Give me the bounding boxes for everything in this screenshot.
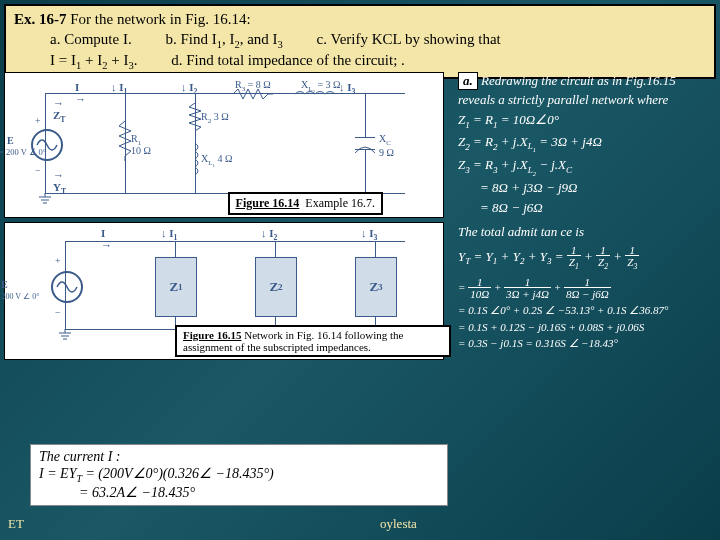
problem-intro: For the network in Fig. 16.14: — [70, 11, 250, 27]
ac-source-icon — [51, 271, 83, 303]
admittance-title: The total admit tan ce is — [458, 224, 714, 240]
footer-left: ET — [8, 516, 24, 532]
part-c-text: Verify KCL by showing that — [331, 31, 501, 47]
solution-part-a-text: Redrawing the circuit as in Fig.16.15 re… — [458, 73, 676, 107]
part-d-label: d. — [171, 52, 182, 68]
figure-16-14: E = 200 V ∠ 0° + − →ZT →YT I→ ↓ I1 R1 10… — [4, 72, 444, 218]
part-a-text: Compute I. — [64, 31, 132, 47]
part-c-eq: I = I — [50, 52, 76, 68]
footer-center: oylesta — [380, 516, 417, 532]
part-d-text: Find total impedance of the circuit; . — [186, 52, 405, 68]
figure-16-15: E = 200 V ∠ 0° + − I→ Z1 ↓ I1 Z2 ↓ I2 Z3… — [4, 222, 444, 360]
example-number: Ex. 16-7 — [14, 11, 67, 27]
impedance-z3: Z3 — [355, 257, 397, 317]
figure-15-caption: Figure 16.15 Network in Fig. 16.14 follo… — [175, 325, 451, 357]
part-c-label: c. — [317, 31, 327, 47]
figure-14-caption: Figure 16.14 Example 16.7. — [228, 192, 383, 215]
left-column: E = 200 V ∠ 0° + − →ZT →YT I→ ↓ I1 R1 10… — [4, 72, 444, 360]
solution-current-i: The current I : I = EYT = (200V∠0°)(0.32… — [30, 444, 448, 506]
solution-i-title: The current I : — [39, 449, 439, 465]
part-b-text: Find I — [180, 31, 216, 47]
impedance-z1: Z1 — [155, 257, 197, 317]
solution-part-a-label: a. — [458, 72, 478, 90]
part-b-label: b. — [165, 31, 176, 47]
problem-statement: Ex. 16-7 For the network in Fig. 16.14: … — [4, 4, 716, 79]
part-a-label: a. — [50, 31, 60, 47]
solution-panel: a. Redrawing the circuit as in Fig.16.15… — [458, 72, 714, 354]
impedance-z2: Z2 — [255, 257, 297, 317]
